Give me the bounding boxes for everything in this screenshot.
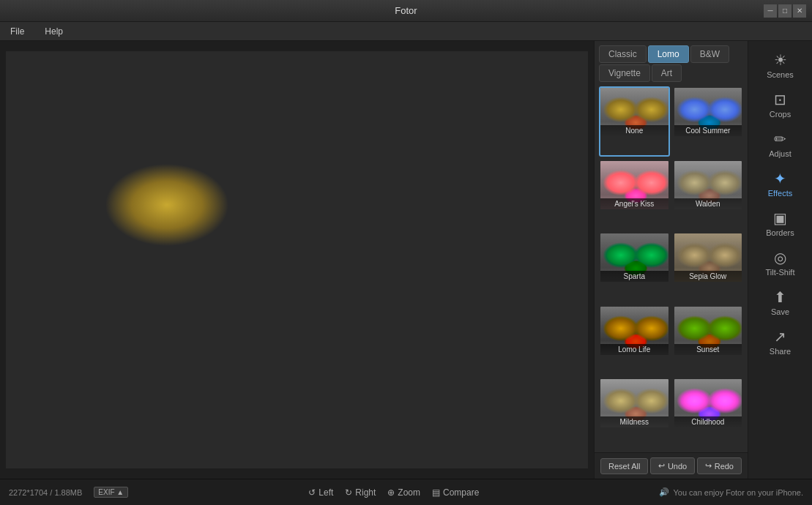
filter-lomo-life-label: Lomo Life	[600, 344, 668, 355]
tab-art[interactable]: Art	[652, 64, 682, 82]
toolbar-save[interactable]: ⬆ Save	[751, 284, 810, 321]
right-toolbar: ☀ Scenes ⊡ Crops ✏ Adjust ✦ Effects ▣ Bo…	[748, 41, 812, 479]
scenes-icon: ☀	[774, 51, 787, 69]
filter-sunset-label: Sunset	[674, 344, 742, 355]
rotate-right-icon: ↻	[345, 487, 352, 498]
filter-none[interactable]: None	[599, 86, 670, 157]
window-controls: ─ □ ✕	[764, 4, 806, 18]
effects-label: Effects	[768, 189, 792, 198]
tab-vignette[interactable]: Vignette	[599, 64, 650, 82]
menubar: File Help	[0, 22, 812, 41]
filter-walden[interactable]: Walden	[673, 160, 744, 230]
toolbar-scenes[interactable]: ☀ Scenes	[751, 47, 810, 83]
reset-all-button[interactable]: Reset All	[600, 458, 648, 474]
compare-icon: ▤	[432, 487, 440, 498]
filter-cool-summer[interactable]: Cool Summer	[673, 86, 744, 157]
share-label: Share	[770, 347, 791, 356]
statusbar-actions: ↺ Left ↻ Right ⊕ Zoom ▤ Compare	[308, 487, 479, 498]
undo-label: Undo	[668, 462, 687, 471]
maximize-button[interactable]: □	[778, 4, 791, 18]
borders-label: Borders	[766, 228, 794, 237]
toolbar-effects[interactable]: ✦ Effects	[751, 165, 810, 202]
zoom-button[interactable]: ⊕ Zoom	[387, 487, 420, 498]
filter-mildness-label: Mildness	[600, 416, 668, 427]
share-icon: ↗	[774, 328, 786, 345]
toolbar-tilt-shift[interactable]: ◎ Tilt-Shift	[751, 244, 810, 281]
rotate-right-label: Right	[355, 487, 376, 498]
image-info: 2272*1704 / 1.88MB	[9, 488, 82, 497]
save-icon: ⬆	[774, 288, 786, 306]
redo-button[interactable]: ↪ Redo	[697, 457, 742, 474]
tab-bw[interactable]: B&W	[690, 45, 729, 63]
rotate-right-button[interactable]: ↻ Right	[345, 487, 376, 498]
rotate-left-label: Left	[319, 487, 333, 498]
rotate-left-icon: ↺	[308, 487, 316, 498]
rotate-left-button[interactable]: ↺ Left	[308, 487, 333, 498]
borders-icon: ▣	[773, 209, 787, 227]
toolbar-borders[interactable]: ▣ Borders	[751, 205, 810, 242]
filter-grid: None Cool Summer Angel's Kiss	[595, 82, 748, 452]
menu-file[interactable]: File	[6, 25, 29, 38]
statusbar: 2272*1704 / 1.88MB EXIF ▲ ↺ Left ↻ Right…	[0, 479, 812, 505]
photo-canvas	[6, 51, 588, 468]
toolbar-adjust[interactable]: ✏ Adjust	[751, 126, 810, 162]
filter-panel: Classic Lomo B&W Vignette Art None Cool …	[594, 41, 748, 479]
filter-sparta-label: Sparta	[600, 271, 668, 282]
speaker-icon: 🔊	[659, 487, 669, 497]
filter-angels-kiss-label: Angel's Kiss	[600, 198, 668, 209]
filter-mildness[interactable]: Mildness	[599, 378, 670, 448]
filter-lomo-life[interactable]: Lomo Life	[599, 305, 670, 375]
close-button[interactable]: ✕	[793, 4, 806, 18]
adjust-icon: ✏	[774, 130, 786, 148]
tab-lomo[interactable]: Lomo	[648, 45, 689, 63]
main-content: Classic Lomo B&W Vignette Art None Cool …	[0, 41, 812, 479]
toolbar-crops[interactable]: ⊡ Crops	[751, 86, 810, 123]
zoom-label: Zoom	[398, 487, 420, 498]
zoom-icon: ⊕	[387, 487, 395, 498]
notification-bar: 🔊 You can enjoy Fotor on your iPhone.	[659, 487, 803, 497]
redo-icon: ↪	[705, 461, 712, 471]
panel-actions: Reset All ↩ Undo ↪ Redo	[595, 452, 748, 479]
canvas-area	[0, 41, 594, 479]
filter-sepia-glow[interactable]: Sepia Glow	[673, 232, 744, 302]
filter-sepia-glow-label: Sepia Glow	[674, 271, 742, 282]
crops-label: Crops	[770, 110, 791, 119]
compare-label: Compare	[443, 487, 479, 498]
compare-button[interactable]: ▤ Compare	[432, 487, 479, 498]
app-title: Fotor	[395, 5, 417, 16]
crops-icon: ⊡	[774, 91, 786, 108]
adjust-label: Adjust	[769, 149, 791, 158]
filter-angels-kiss[interactable]: Angel's Kiss	[599, 160, 670, 230]
filter-walden-label: Walden	[674, 198, 742, 209]
filter-childhood-label: Childhood	[674, 416, 742, 427]
redo-label: Redo	[715, 462, 734, 471]
minimize-button[interactable]: ─	[764, 4, 777, 18]
notification-text: You can enjoy Fotor on your iPhone.	[673, 488, 803, 497]
filter-sunset[interactable]: Sunset	[673, 305, 744, 375]
menu-help[interactable]: Help	[40, 25, 67, 38]
undo-button[interactable]: ↩ Undo	[650, 457, 695, 474]
tilt-shift-icon: ◎	[774, 249, 786, 266]
reset-all-label: Reset All	[608, 462, 640, 471]
scenes-label: Scenes	[767, 70, 794, 79]
effects-icon: ✦	[774, 170, 786, 187]
titlebar: Fotor ─ □ ✕	[0, 0, 812, 22]
filter-tab-group: Classic Lomo B&W Vignette Art	[595, 41, 748, 82]
toolbar-share[interactable]: ↗ Share	[751, 323, 810, 360]
tilt-shift-label: Tilt-Shift	[766, 268, 795, 277]
undo-icon: ↩	[658, 461, 665, 471]
filter-none-label: None	[600, 125, 668, 136]
save-label: Save	[771, 307, 789, 316]
filter-cool-summer-label: Cool Summer	[674, 125, 742, 136]
filter-sparta[interactable]: Sparta	[599, 232, 670, 302]
tab-classic[interactable]: Classic	[599, 45, 647, 63]
exif-button[interactable]: EXIF ▲	[94, 487, 128, 498]
filter-childhood[interactable]: Childhood	[673, 378, 744, 448]
